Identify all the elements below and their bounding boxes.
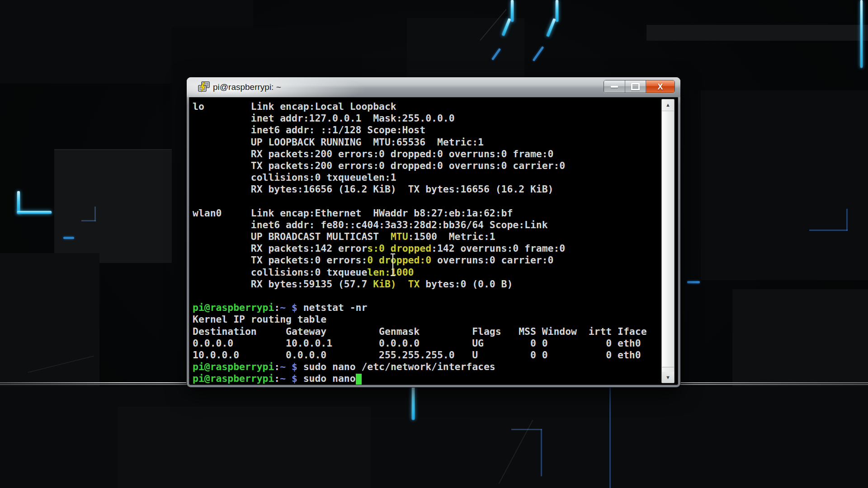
terminal-text-segment: pi@raspberrypi xyxy=(193,302,274,313)
terminal-text-segment: netstat -nr xyxy=(297,302,368,313)
terminal-line: TX packets:0 errors:0 dropped:0 overruns… xyxy=(193,254,660,266)
terminal-text-segment: s:0 dropped xyxy=(367,243,431,254)
bg-cyan-line xyxy=(412,385,415,420)
terminal-line: Destination Gateway Genmask Flags MSS Wi… xyxy=(193,326,660,338)
terminal-screen[interactable]: lo Link encap:Local Loopback inet addr:1… xyxy=(189,97,678,385)
bg-cyan-line xyxy=(556,0,558,22)
maximize-button[interactable] xyxy=(625,80,646,93)
terminal-line: RX bytes:59135 (57.7 KiB) TX bytes:0 (0.… xyxy=(193,278,660,290)
terminal-text-segment: UP LOOPBACK RUNNING MTU:65536 Metric:1 xyxy=(193,136,484,148)
putty-terminal-window: pi@raspberrypi: ~ X lo Link encap:Local … xyxy=(187,77,680,387)
terminal-text-segment: 0.0.0.0 10.0.0.1 0.0.0.0 UG 0 0 0 eth0 xyxy=(193,338,641,349)
close-icon: X xyxy=(657,83,663,91)
terminal-text-segment: inet addr:127.0.0.1 Mask:255.0.0.0 xyxy=(193,113,455,124)
terminal-text-segment: RX bytes:16656 (16.2 KiB) TX bytes:16656… xyxy=(193,183,553,195)
window-controls: X xyxy=(604,80,675,93)
terminal-text-segment: collisions:0 txqueuelen:1 xyxy=(193,172,396,183)
bg-panel xyxy=(0,253,99,389)
terminal-line: UP BROADCAST MULTICAST MTU:1500 Metric:1 xyxy=(193,231,660,243)
terminal-line: wlan0 Link encap:Ethernet HWaddr b8:27:e… xyxy=(193,207,660,219)
terminal-line: RX packets:142 errors:0 dropped:142 over… xyxy=(193,243,660,254)
terminal-text-segment: inet6 addr: fe80::c404:3a33:28d2:bb36/64… xyxy=(193,219,548,230)
terminal-line: inet6 addr: ::1/128 Scope:Host xyxy=(193,124,660,136)
terminal-text-segment: inet6 addr: ::1/128 Scope:Host xyxy=(193,124,425,136)
terminal-text-segment: RX bytes:59135 (57.7 xyxy=(193,278,373,290)
terminal-text-segment: ~ $ xyxy=(280,361,297,372)
bg-cyan-dash xyxy=(687,281,700,283)
scroll-up-button[interactable]: ▲ xyxy=(662,99,674,110)
bg-blue-line xyxy=(609,385,611,488)
bg-blue-corner xyxy=(846,209,848,231)
bg-panel xyxy=(118,407,371,488)
terminal-text-segment: RX packets:200 errors:0 dropped:0 overru… xyxy=(193,148,553,160)
terminal-text-segment: ~ $ xyxy=(280,302,297,313)
putty-ssh-icon xyxy=(198,81,210,93)
terminal-text-segment: MTU xyxy=(391,231,408,242)
maximize-icon xyxy=(631,83,640,90)
terminal-line: pi@raspberrypi:~ $ sudo nano xyxy=(193,373,660,385)
terminal-text-segment: bytes:0 (0.0 B) xyxy=(420,278,513,290)
terminal-line: pi@raspberrypi:~ $ sudo nano /etc/networ… xyxy=(193,361,660,373)
terminal-line: 0.0.0.0 10.0.0.1 0.0.0.0 UG 0 0 0 eth0 xyxy=(193,338,660,349)
close-button[interactable]: X xyxy=(646,80,675,93)
minimize-button[interactable] xyxy=(604,80,625,93)
terminal-text-segment: 10.0.0.0 0.0.0.0 255.255.255.0 U 0 0 0 e… xyxy=(193,349,641,361)
terminal-text-segment: :1500 Metric:1 xyxy=(408,231,495,242)
bg-cyan-dash xyxy=(533,46,544,61)
bg-panel xyxy=(646,25,868,41)
terminal-text-segment: len:1000 xyxy=(367,267,414,278)
terminal-line xyxy=(193,290,660,302)
terminal-text-segment: sudo nano xyxy=(297,373,356,384)
terminal-output: lo Link encap:Local Loopback inet addr:1… xyxy=(193,101,660,385)
window-title: pi@raspberrypi: ~ xyxy=(213,82,281,92)
terminal-line: UP LOOPBACK RUNNING MTU:65536 Metric:1 xyxy=(193,136,660,148)
terminal-text-segment xyxy=(396,278,408,290)
bg-cyan-line xyxy=(511,0,514,22)
terminal-text-segment: lo Link encap:Local Loopback xyxy=(193,101,396,112)
terminal-cursor xyxy=(356,374,362,385)
bg-blue-corner xyxy=(541,429,542,476)
bg-cyan-line xyxy=(546,18,556,37)
window-title-bar[interactable]: pi@raspberrypi: ~ X xyxy=(187,77,680,97)
terminal-line: Kernel IP routing table xyxy=(193,314,660,325)
bg-cyan-bracket xyxy=(17,211,52,214)
terminal-text-segment: : xyxy=(274,373,280,384)
bg-blue-corner xyxy=(94,206,96,221)
bg-panel xyxy=(470,420,660,488)
terminal-text-segment: RX packets:142 error xyxy=(193,243,367,254)
minimize-icon xyxy=(611,86,618,88)
bg-cyan-bracket xyxy=(17,191,20,214)
bg-blue-corner xyxy=(809,230,848,231)
bg-blue-corner xyxy=(81,220,96,221)
terminal-line: lo Link encap:Local Loopback xyxy=(193,101,660,113)
terminal-text-segment: Destination Gateway Genmask Flags MSS Wi… xyxy=(193,326,647,337)
terminal-line: inet addr:127.0.0.1 Mask:255.0.0.0 xyxy=(193,113,660,124)
terminal-text-segment: :142 overruns:0 frame:0 xyxy=(431,243,565,254)
terminal-text-segment: : xyxy=(274,302,280,313)
terminal-text-segment: KiB) xyxy=(373,278,396,290)
terminal-line: TX packets:200 errors:0 dropped:0 overru… xyxy=(193,160,660,172)
bg-panel xyxy=(54,149,172,263)
scroll-down-button[interactable]: ▼ xyxy=(662,372,674,383)
terminal-text-segment: collisions:0 txqueue xyxy=(193,267,367,278)
terminal-text-segment: TX packets:200 errors:0 dropped:0 overru… xyxy=(193,160,565,171)
terminal-text-segment: Kernel IP routing table xyxy=(193,314,326,325)
scrollbar-thumb[interactable] xyxy=(662,111,674,367)
bg-cyan-dash xyxy=(63,237,74,239)
terminal-text-segment: : xyxy=(274,361,280,372)
terminal-text-segment: pi@raspberrypi xyxy=(193,361,274,372)
terminal-text-segment: TX packets:0 errors: xyxy=(193,254,367,266)
terminal-scrollbar[interactable]: ▲ ▼ xyxy=(661,99,675,383)
bg-panel xyxy=(701,90,868,280)
terminal-line xyxy=(193,196,660,207)
terminal-text-segment: pi@raspberrypi xyxy=(193,373,274,384)
terminal-line: inet6 addr: fe80::c404:3a33:28d2:bb36/64… xyxy=(193,219,660,231)
terminal-line: pi@raspberrypi:~ $ netstat -nr xyxy=(193,302,660,314)
terminal-text-segment: sudo nano /etc/network/interfaces xyxy=(297,361,495,372)
bg-cyan-line xyxy=(860,0,863,68)
terminal-text-segment: ~ $ xyxy=(280,373,297,384)
terminal-line: collisions:0 txqueuelen:1 xyxy=(193,172,660,183)
terminal-text-segment: wlan0 Link encap:Ethernet HWaddr b8:27:e… xyxy=(193,207,513,219)
terminal-line: RX bytes:16656 (16.2 KiB) TX bytes:16656… xyxy=(193,183,660,195)
terminal-line: collisions:0 txqueuelen:1000 xyxy=(193,267,660,278)
